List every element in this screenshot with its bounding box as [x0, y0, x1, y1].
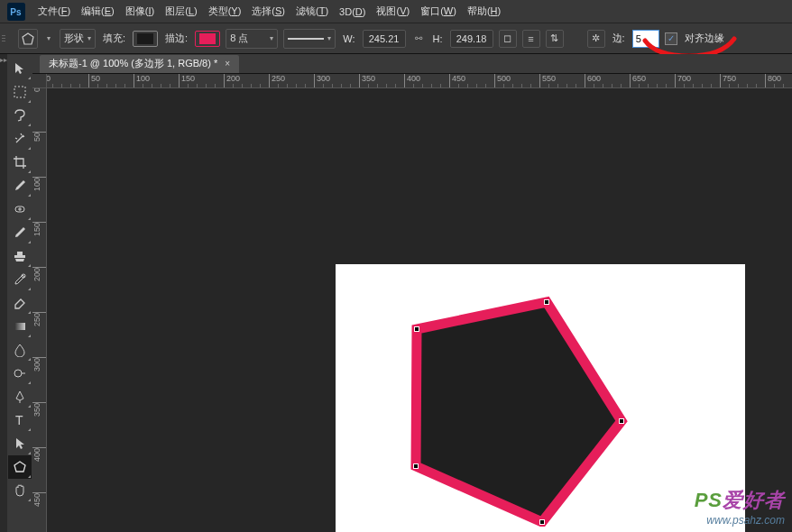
link-wh-icon[interactable]: ⚯: [411, 32, 426, 46]
menu-window[interactable]: 窗口(W): [415, 1, 462, 22]
menu-image[interactable]: 图像(I): [120, 1, 160, 22]
vertical-ruler[interactable]: 050100150200250300350400450500: [32, 88, 47, 532]
height-label: H:: [431, 33, 445, 44]
menu-3d[interactable]: 3D(D): [334, 3, 371, 21]
artboard: [336, 264, 745, 532]
tool-preset-icon[interactable]: [18, 29, 38, 49]
menu-view[interactable]: 视图(V): [371, 1, 415, 22]
crop-tool[interactable]: [8, 151, 32, 174]
svg-rect-3: [14, 87, 25, 97]
menu-help[interactable]: 帮助(H): [462, 1, 506, 22]
toolbox: T: [7, 54, 32, 532]
tool-preset-dropdown-icon[interactable]: ▾: [43, 31, 54, 47]
menu-layer[interactable]: 图层(L): [160, 1, 202, 22]
watermark: PS爱好者 www.psahz.com: [695, 487, 785, 527]
svg-rect-6: [14, 323, 25, 330]
menu-filter[interactable]: 滤镜(T): [290, 1, 334, 22]
path-operations-icon[interactable]: ◻: [499, 30, 517, 48]
clone-stamp-tool[interactable]: [8, 244, 32, 268]
options-bar: ▾ 形状▾ 填充: 描边: 8 点▾ ▾ W: ⚯ H: ◻ ≡ ⇅ ✲ 边: …: [0, 23, 792, 54]
align-edges-checkbox[interactable]: ✓: [665, 32, 677, 45]
move-tool[interactable]: [8, 57, 32, 80]
fill-label: 填充:: [101, 32, 127, 45]
polygon-shape[interactable]: [407, 295, 635, 527]
transform-handle[interactable]: [544, 299, 549, 305]
document-tab-strip: 未标题-1 @ 100% (多边形 1, RGB/8) * ×: [32, 54, 792, 74]
align-edges-label: 对齐边缘: [683, 32, 726, 45]
options-grip-icon[interactable]: [0, 23, 7, 53]
type-tool[interactable]: T: [8, 408, 32, 432]
path-arrangement-icon[interactable]: ⇅: [546, 30, 564, 48]
magic-wand-tool[interactable]: [8, 127, 32, 151]
history-brush-tool[interactable]: [8, 268, 32, 291]
stroke-style-dropdown[interactable]: ▾: [283, 29, 336, 49]
fill-color-swatch[interactable]: [133, 31, 158, 47]
svg-text:T: T: [15, 413, 23, 427]
sides-label: 边:: [611, 32, 627, 45]
height-input[interactable]: [450, 30, 493, 48]
pen-tool[interactable]: [8, 385, 32, 408]
canvas-viewport[interactable]: [47, 88, 792, 532]
canvas-area: 未标题-1 @ 100% (多边形 1, RGB/8) * × 05010015…: [32, 54, 792, 532]
panel-collapse-strip[interactable]: ▸▸: [0, 54, 7, 532]
width-input[interactable]: [363, 30, 406, 48]
stroke-size-dropdown[interactable]: 8 点▾: [226, 29, 278, 49]
menu-edit[interactable]: 编辑(E): [76, 1, 120, 22]
stroke-color-swatch[interactable]: [195, 31, 220, 47]
workspace: ▸▸ T 未标题-1 @ 100% (多边形 1, RGB/8) * ×: [0, 54, 792, 532]
close-tab-icon[interactable]: ×: [225, 59, 230, 69]
menu-bar: Ps 文件(F) 编辑(E) 图像(I) 图层(L) 类型(Y) 选择(S) 滤…: [0, 0, 792, 23]
marquee-tool[interactable]: [8, 80, 32, 104]
brush-tool[interactable]: [8, 221, 32, 244]
eyedropper-tool[interactable]: [8, 174, 32, 197]
svg-marker-2: [23, 33, 33, 44]
document-tab-title: 未标题-1 @ 100% (多边形 1, RGB/8) *: [49, 57, 217, 70]
gear-icon[interactable]: ✲: [587, 30, 605, 48]
healing-brush-tool[interactable]: [8, 197, 32, 221]
shape-mode-dropdown[interactable]: 形状▾: [60, 29, 96, 49]
svg-marker-9: [14, 462, 25, 472]
ruler-origin[interactable]: [32, 74, 47, 88]
hand-tool[interactable]: [8, 479, 32, 502]
polygon-shape-tool[interactable]: [8, 455, 32, 479]
menu-type[interactable]: 类型(Y): [203, 1, 247, 22]
svg-point-7: [14, 370, 22, 377]
horizontal-ruler[interactable]: 0501001502002503003504004505005506006507…: [47, 74, 792, 88]
blur-tool[interactable]: [8, 338, 32, 362]
path-alignment-icon[interactable]: ≡: [522, 30, 540, 48]
width-label: W:: [341, 33, 356, 44]
document-tab[interactable]: 未标题-1 @ 100% (多边形 1, RGB/8) * ×: [40, 55, 239, 73]
svg-text:Ps: Ps: [10, 7, 22, 17]
stroke-label: 描边:: [163, 32, 189, 45]
svg-marker-10: [416, 302, 622, 522]
menu-select[interactable]: 选择(S): [246, 1, 290, 22]
transform-handle[interactable]: [619, 418, 624, 424]
transform-handle[interactable]: [414, 326, 419, 332]
dodge-tool[interactable]: [8, 362, 32, 385]
transform-handle[interactable]: [539, 519, 545, 525]
lasso-tool[interactable]: [8, 104, 32, 127]
transform-handle[interactable]: [413, 463, 419, 469]
sides-input[interactable]: [632, 30, 659, 48]
menu-file[interactable]: 文件(F): [32, 1, 76, 22]
eraser-tool[interactable]: [8, 291, 32, 315]
path-selection-tool[interactable]: [8, 432, 32, 455]
app-logo-icon[interactable]: Ps: [7, 3, 25, 21]
gradient-tool[interactable]: [8, 315, 32, 338]
